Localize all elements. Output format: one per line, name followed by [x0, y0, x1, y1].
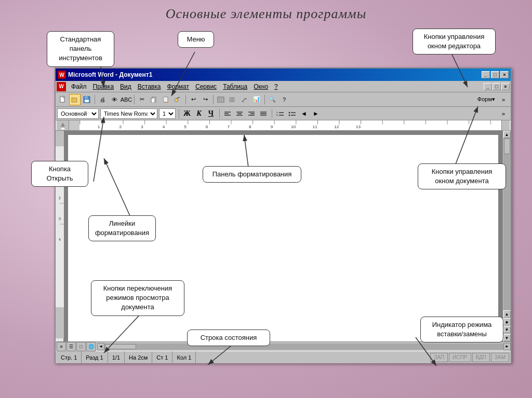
callout-status-bar: Строка состояния: [187, 330, 270, 346]
separator-2: [132, 94, 136, 105]
ruler-left-margin: [57, 120, 69, 130]
increase-indent-button[interactable]: ►: [311, 108, 321, 119]
vertical-position-status: На 2см: [125, 351, 152, 363]
numbered-list-button[interactable]: 1.2.: [275, 108, 285, 119]
columns-button[interactable]: [227, 94, 238, 105]
callout-editor-controls: Кнопки управления окном редактора: [413, 29, 496, 54]
normal-view-button[interactable]: ≡: [57, 342, 66, 351]
scroll-down-button[interactable]: ▼: [503, 334, 511, 341]
align-center-button[interactable]: [234, 108, 245, 119]
web-view-button[interactable]: 🌐: [86, 342, 96, 351]
scroll-prev-page-button[interactable]: ▲: [503, 310, 511, 318]
zoom-button[interactable]: 🔍: [267, 94, 278, 105]
copy-button[interactable]: [148, 94, 159, 105]
align-left-button[interactable]: [222, 108, 233, 119]
style-dropdown[interactable]: Основной текст: [57, 108, 99, 119]
doc-restore-button[interactable]: □: [493, 83, 501, 90]
separator-fmt-3: [270, 108, 273, 119]
scroll-thumb[interactable]: [504, 139, 510, 154]
callout-insert-indicator: Индикатор режима вставки/замены: [420, 317, 503, 342]
extend-selection-button[interactable]: ВДП: [472, 353, 490, 362]
standard-toolbar: 🖨 👁 ABC ✂ 📋 ↩ ↪: [56, 92, 511, 107]
format-painter-button[interactable]: [172, 94, 183, 105]
svg-rect-6: [85, 100, 89, 102]
redo-button[interactable]: ↪: [200, 94, 211, 105]
help-button[interactable]: ?: [278, 94, 290, 105]
doc-minimize-button[interactable]: _: [484, 83, 492, 90]
callout-menu: Меню: [178, 31, 214, 48]
new-button[interactable]: [57, 94, 69, 105]
h-scroll-track: [104, 344, 503, 350]
menu-format[interactable]: Формат: [164, 83, 192, 90]
open-button[interactable]: [69, 94, 81, 105]
record-mode-button[interactable]: ЗАП: [430, 353, 448, 362]
callout-document-controls: Кнопки управления окном документа: [418, 163, 506, 189]
page-status: Стр. 1: [57, 351, 82, 363]
preview-button[interactable]: 👁: [109, 94, 120, 105]
doc-close-button[interactable]: ×: [501, 83, 510, 90]
print-button[interactable]: 🖨: [97, 94, 108, 105]
track-changes-button[interactable]: ИСПР: [449, 353, 471, 362]
svg-text:2: 2: [59, 196, 61, 200]
overtype-button[interactable]: ЗАМ: [491, 353, 509, 362]
page-title: Основные элементы программы: [0, 0, 532, 22]
bold-button[interactable]: Ж: [182, 108, 192, 119]
svg-text:3: 3: [141, 125, 143, 130]
drawing-button[interactable]: [239, 94, 250, 105]
paste-button[interactable]: 📋: [160, 94, 171, 105]
separator-1: [93, 94, 96, 105]
menu-window[interactable]: Окно: [250, 83, 271, 90]
svg-text:9: 9: [271, 125, 273, 130]
size-dropdown[interactable]: 12: [159, 108, 176, 119]
separator-fmt-1: [177, 108, 180, 119]
menu-view[interactable]: Вид: [117, 83, 135, 90]
table-button[interactable]: [215, 94, 227, 105]
save-button[interactable]: [81, 94, 92, 105]
svg-text:11: 11: [313, 125, 318, 130]
menu-edit[interactable]: Правка: [90, 83, 117, 90]
minimize-button[interactable]: _: [482, 71, 490, 78]
undo-button[interactable]: ↩: [188, 94, 199, 105]
italic-button[interactable]: К: [194, 108, 204, 119]
scroll-up-button[interactable]: ▲: [503, 131, 511, 138]
h-scroll-thumb[interactable]: [105, 344, 136, 349]
menu-tools[interactable]: Сервис: [192, 83, 220, 90]
h-scroll-left-button[interactable]: ◄: [97, 343, 104, 350]
decrease-indent-button[interactable]: ◄: [299, 108, 309, 119]
menu-help[interactable]: ?: [271, 83, 281, 90]
format-more-button[interactable]: »: [498, 108, 509, 119]
menu-table[interactable]: Таблица: [220, 83, 250, 90]
svg-rect-5: [85, 97, 88, 99]
align-right-button[interactable]: [246, 108, 257, 119]
close-button[interactable]: ×: [500, 71, 509, 78]
cut-button[interactable]: ✂: [136, 94, 148, 105]
page-view-button[interactable]: □: [76, 342, 86, 351]
svg-rect-8: [151, 98, 155, 103]
svg-text:6: 6: [206, 125, 208, 130]
menu-insert[interactable]: Вставка: [135, 83, 164, 90]
line-status: Ст 1: [152, 351, 172, 363]
maximize-button[interactable]: □: [491, 71, 499, 78]
more-button[interactable]: »: [498, 94, 509, 105]
column-status: Кол 1: [172, 351, 196, 363]
svg-rect-17: [232, 98, 234, 102]
scroll-next-page-button[interactable]: ▼: [503, 326, 511, 333]
h-scroll-right-button[interactable]: ►: [503, 343, 511, 350]
align-justify-button[interactable]: [258, 108, 269, 119]
separator-5: [263, 94, 266, 105]
scroll-select-button[interactable]: ●: [503, 318, 511, 325]
vertical-scrollbar[interactable]: ▲ ▲ ● ▼ ▼: [502, 131, 511, 341]
bulleted-list-button[interactable]: [287, 108, 297, 119]
h-scrollbar-row: ≡ ☰ □ 🌐 ◄ ►: [56, 341, 511, 351]
status-bar: Стр. 1 Разд 1 1/1 На 2см Ст 1 Кол 1 ЗАП …: [56, 351, 511, 363]
font-dropdown[interactable]: Times New Roman: [100, 108, 157, 119]
menu-bar: W Файл Правка Вид Вставка Формат Сервис …: [56, 81, 511, 92]
menu-file[interactable]: Файл: [68, 83, 90, 90]
map-button[interactable]: 📊: [251, 94, 262, 105]
svg-text:13: 13: [356, 125, 361, 130]
title-bar: W Microsoft Word - Документ1 _ □ ×: [56, 68, 511, 81]
underline-button[interactable]: Ч: [206, 108, 216, 119]
outline-view-button[interactable]: ☰: [66, 342, 76, 351]
spell-button[interactable]: ABC: [121, 94, 132, 105]
svg-text:12: 12: [334, 125, 339, 130]
